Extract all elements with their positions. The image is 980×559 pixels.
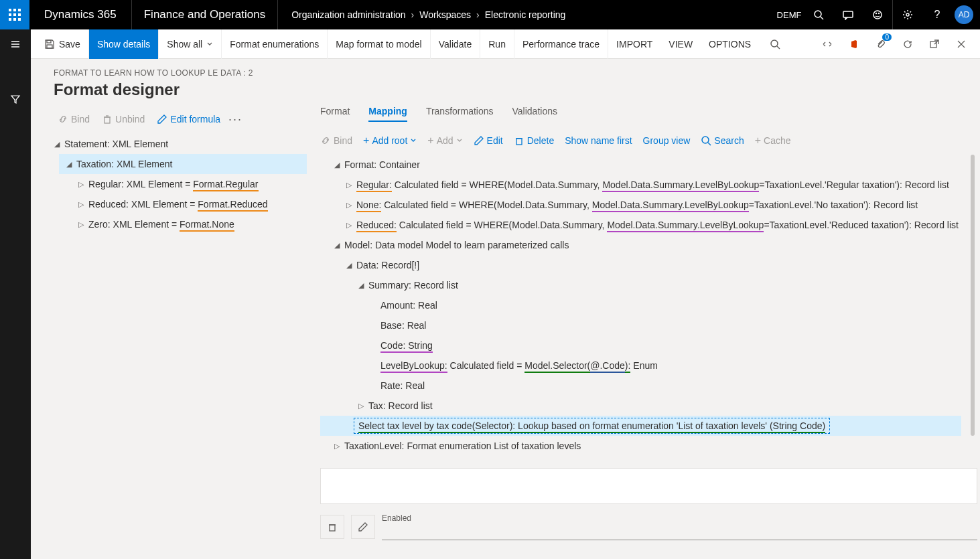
avatar[interactable]: AD: [955, 5, 973, 24]
nav-hamburger[interactable]: [0, 29, 31, 59]
tab-transformations[interactable]: Transformations: [426, 106, 494, 122]
smiley-button[interactable]: [863, 0, 892, 29]
map-format-to-model-button[interactable]: Map format to model: [328, 29, 430, 59]
ds-node-levelbylookup[interactable]: ▷LevelByLookup: Calculated field = Model…: [320, 355, 961, 376]
more-button[interactable]: ···: [228, 112, 242, 127]
bottom-edit-button[interactable]: [351, 515, 375, 539]
tree-node-taxation[interactable]: ◢ Taxation: XML Element: [59, 154, 307, 174]
options-button[interactable]: OPTIONS: [701, 29, 759, 59]
bottom-delete-button[interactable]: [320, 515, 344, 539]
help-button[interactable]: ?: [922, 0, 952, 29]
rt-edit-button[interactable]: Edit: [474, 135, 503, 146]
nav-filter[interactable]: [0, 84, 31, 114]
bind-button[interactable]: Bind: [54, 111, 94, 127]
svg-rect-26: [104, 117, 110, 123]
caret-down-icon: ◢: [64, 160, 74, 169]
search-icon: [770, 39, 780, 50]
rt-group-view-button[interactable]: Group view: [643, 135, 691, 146]
rt-search-button[interactable]: Search: [701, 135, 744, 146]
ds-node-tax[interactable]: ▷Tax: Record list: [320, 396, 961, 416]
breadcrumb-item[interactable]: Electronic reporting: [485, 9, 566, 20]
search-button[interactable]: [804, 0, 833, 29]
popout-button[interactable]: [921, 29, 948, 59]
tab-format[interactable]: Format: [320, 106, 350, 122]
edit-formula-button[interactable]: Edit formula: [153, 111, 224, 127]
performance-trace-button[interactable]: Performance trace: [514, 29, 608, 59]
ds-node-none[interactable]: ▷None: Calculated field = WHERE(Model.Da…: [320, 195, 961, 215]
chevron-right-icon: ›: [411, 9, 415, 20]
tabs: Format Mapping Transformations Validatio…: [320, 100, 977, 129]
caret-right-icon: ▷: [332, 442, 342, 451]
ds-node-taxationlevel[interactable]: ▷TaxationLevel: Format enumeration List …: [320, 436, 961, 456]
office-button[interactable]: [841, 29, 867, 59]
search-icon: [701, 135, 711, 146]
company-label[interactable]: DEMF: [774, 0, 804, 29]
ds-node-format[interactable]: ◢Format: Container: [320, 155, 961, 175]
ds-node-summary[interactable]: ◢Summary: Record list: [320, 275, 961, 295]
show-details-button[interactable]: Show details: [89, 29, 159, 59]
ds-node-data[interactable]: ◢Data: Record[!]: [320, 255, 961, 275]
ds-node-base[interactable]: ▷Base: Real: [320, 315, 961, 335]
svg-line-32: [708, 143, 711, 145]
ds-node-model[interactable]: ◢Model: Data model Model to learn parame…: [320, 235, 961, 255]
caret-right-icon: ▷: [344, 221, 354, 230]
show-all-button[interactable]: Show all: [159, 29, 222, 59]
settings-button[interactable]: [893, 0, 922, 29]
smiley-icon: [872, 9, 883, 20]
format-enumerations-button[interactable]: Format enumerations: [222, 29, 328, 59]
save-button[interactable]: Save: [36, 29, 89, 59]
ds-node-selector[interactable]: ▷Select tax level by tax code(Selector):…: [320, 416, 961, 436]
details-block: [320, 468, 977, 504]
svg-rect-33: [330, 525, 335, 531]
import-button[interactable]: IMPORT: [608, 29, 660, 59]
tree-node-reduced[interactable]: ▷ Reduced: XML Element = Format.Reduced: [71, 194, 307, 214]
ds-node-rate[interactable]: ▷Rate: Real: [320, 376, 961, 396]
ds-node-reduced[interactable]: ▷Reduced: Calculated field = WHERE(Model…: [320, 215, 961, 235]
attachments-button[interactable]: 0: [867, 29, 894, 59]
unbind-button[interactable]: Unbind: [98, 111, 149, 127]
rt-bind-button[interactable]: Bind: [320, 135, 352, 146]
chevron-right-icon: ›: [476, 9, 480, 20]
tree-node-statement[interactable]: ◢ Statement: XML Element: [47, 134, 307, 154]
app-launcher-button[interactable]: [0, 0, 29, 29]
breadcrumb-item[interactable]: Workspaces: [419, 9, 471, 20]
caret-down-icon: ◢: [52, 140, 62, 149]
fit-icon: [822, 39, 833, 50]
chevron-down-icon: [410, 137, 417, 144]
svg-point-31: [702, 137, 709, 143]
messages-button[interactable]: [833, 0, 863, 29]
close-button[interactable]: [948, 29, 975, 59]
rt-add-button[interactable]: +Add: [427, 135, 462, 147]
top-right-controls: DEMF ? AD: [774, 0, 980, 29]
tree-node-regular[interactable]: ▷ Regular: XML Element = Format.Regular: [71, 174, 307, 194]
svg-rect-0: [9, 9, 11, 11]
view-button[interactable]: VIEW: [660, 29, 701, 59]
scrollbar[interactable]: [971, 155, 975, 436]
link-icon: [320, 135, 331, 146]
caret-right-icon: ▷: [356, 402, 366, 410]
rt-cache-button[interactable]: +Cache: [755, 135, 791, 147]
run-button[interactable]: Run: [480, 29, 514, 59]
hamburger-icon: [10, 39, 21, 50]
right-toolbar: Bind +Add root +Add Edit Delete Show nam…: [320, 129, 977, 155]
action-search-button[interactable]: [762, 39, 788, 50]
refresh-button[interactable]: [894, 29, 921, 59]
tab-mapping[interactable]: Mapping: [368, 106, 407, 122]
action-bar: Save Show details Show all Format enumer…: [31, 29, 980, 59]
validate-button[interactable]: Validate: [431, 29, 481, 59]
enabled-input[interactable]: [382, 523, 977, 540]
ds-node-code[interactable]: ▷Code: String: [320, 335, 961, 355]
search-icon: [813, 9, 824, 20]
workspace: FORMAT TO LEARN HOW TO LOOKUP LE DATA : …: [31, 59, 980, 559]
breadcrumb-item[interactable]: Organization administration: [291, 9, 405, 20]
tab-validations[interactable]: Validations: [512, 106, 557, 122]
ds-node-amount[interactable]: ▷Amount: Real: [320, 295, 961, 315]
fit-button[interactable]: [814, 29, 841, 59]
rt-delete-button[interactable]: Delete: [514, 135, 554, 146]
rt-show-name-button[interactable]: Show name first: [565, 135, 632, 146]
top-bar: Dynamics 365 Finance and Operations Orga…: [0, 0, 980, 29]
rt-add-root-button[interactable]: +Add root: [363, 135, 417, 147]
tree-node-zero[interactable]: ▷ Zero: XML Element = Format.None: [71, 214, 307, 234]
ds-node-regular[interactable]: ▷Regular: Calculated field = WHERE(Model…: [320, 175, 961, 195]
trash-icon: [514, 135, 524, 146]
